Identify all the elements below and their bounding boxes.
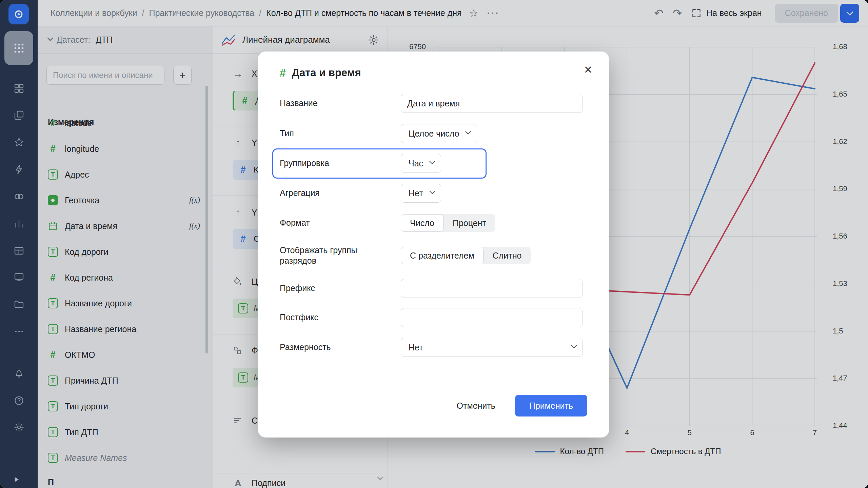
- postfix-row: Постфикс: [280, 308, 587, 327]
- grouping-value: Час: [409, 159, 423, 168]
- modal-title: # Дата и время: [280, 65, 361, 81]
- digit-groups-option[interactable]: С разделителем: [401, 247, 484, 264]
- grouping-row: Группировка Час: [280, 154, 587, 173]
- type-value: Целое число: [409, 129, 459, 139]
- type-label: Тип: [280, 128, 401, 139]
- format-row: Формат ЧислоПроцент: [280, 214, 587, 232]
- format-option[interactable]: Процент: [443, 214, 495, 232]
- dimension-value: Нет: [409, 343, 423, 352]
- digit-groups-segmented: С разделителемСлитно: [401, 247, 531, 264]
- format-segmented: ЧислоПроцент: [401, 214, 495, 232]
- app-window: Коллекции и воркбуки/Практические руково…: [0, 0, 868, 488]
- chevron-down-icon: [571, 343, 577, 348]
- format-option[interactable]: Число: [401, 214, 443, 232]
- apply-button[interactable]: Применить: [515, 395, 587, 416]
- postfix-input[interactable]: [401, 308, 583, 327]
- aggregation-label: Агрегация: [280, 188, 401, 198]
- grouping-label: Группировка: [280, 158, 401, 168]
- digit-groups-option[interactable]: Слитно: [484, 247, 531, 264]
- name-row: Название: [280, 94, 587, 113]
- aggregation-row: Агрегация Нет: [280, 184, 587, 203]
- dimension-label: Размерность: [280, 342, 401, 352]
- number-type-icon: #: [280, 67, 286, 79]
- prefix-input[interactable]: [401, 279, 583, 298]
- chevron-down-icon: [429, 188, 435, 194]
- aggregation-value: Нет: [409, 188, 423, 198]
- close-icon[interactable]: ×: [582, 62, 594, 77]
- name-label: Название: [280, 98, 401, 108]
- digit-groups-row: Отображать группы разрядов С разделителе…: [280, 241, 587, 270]
- type-dropdown[interactable]: Целое число: [401, 124, 477, 143]
- digit-groups-label: Отображать группы разрядов: [280, 245, 401, 266]
- prefix-label: Префикс: [280, 283, 401, 293]
- postfix-label: Постфикс: [280, 312, 401, 323]
- aggregation-dropdown[interactable]: Нет: [401, 184, 441, 203]
- chevron-down-icon: [466, 129, 471, 135]
- dimension-select[interactable]: Нет: [401, 338, 583, 357]
- name-input[interactable]: [401, 94, 583, 113]
- field-settings-modal: # Дата и время × Название Тип Целое числ…: [258, 52, 609, 438]
- cancel-button[interactable]: Отменить: [455, 401, 497, 411]
- grouping-dropdown[interactable]: Час: [401, 154, 441, 173]
- type-row: Тип Целое число: [280, 124, 587, 143]
- dimension-row: Размерность Нет: [280, 338, 587, 357]
- format-label: Формат: [280, 218, 401, 228]
- prefix-row: Префикс: [280, 279, 587, 298]
- modal-title-text: Дата и время: [292, 67, 361, 79]
- chevron-down-icon: [429, 159, 435, 164]
- modal-footer: Отменить Применить: [280, 395, 587, 416]
